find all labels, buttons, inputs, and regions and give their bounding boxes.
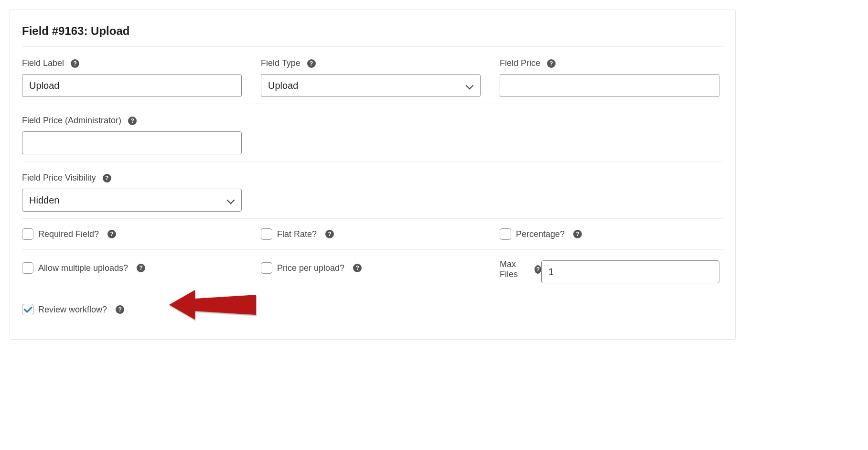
review-workflow-label: Review workflow? <box>38 305 107 315</box>
panel-title: Field #9163: Upload <box>22 24 723 46</box>
field-price-admin-input[interactable] <box>22 131 242 154</box>
row-price-visibility: Field Price Visibility ? Hidden <box>22 161 723 218</box>
col-percentage: Percentage? ? <box>500 228 719 240</box>
col-required: Required Field? ? <box>22 228 242 240</box>
review-workflow-checkbox[interactable] <box>22 304 33 315</box>
field-label-label: Field Label <box>22 58 64 68</box>
max-files-label: Max Files <box>500 259 528 279</box>
row-flags-1: Required Field? ? Flat Rate? ? Percentag… <box>22 218 723 249</box>
required-label: Required Field? <box>38 229 99 239</box>
col-review-workflow: Review workflow? ? <box>22 304 242 315</box>
help-icon[interactable]: ? <box>137 264 145 272</box>
price-per-upload-checkbox[interactable] <box>261 262 272 274</box>
allow-multiple-checkbox[interactable] <box>22 262 33 274</box>
col-field-type: Field Type ? Upload <box>261 58 481 97</box>
flat-rate-checkbox[interactable] <box>261 228 272 240</box>
field-price-visibility-value: Hidden <box>29 195 59 206</box>
field-price-label: Field Price <box>500 58 540 68</box>
chevron-down-icon <box>227 196 235 204</box>
field-price-visibility-select[interactable]: Hidden <box>22 189 242 212</box>
help-icon[interactable]: ? <box>325 230 334 238</box>
col-flat-rate: Flat Rate? ? <box>261 228 481 240</box>
col-price-admin: Field Price (Administrator) ? <box>22 116 242 154</box>
col-max-files: Max Files ? <box>500 259 719 284</box>
row-basic: Field Label ? Field Type ? Upload Field … <box>22 46 723 104</box>
field-price-admin-label: Field Price (Administrator) <box>22 116 121 126</box>
row-price-admin: Field Price (Administrator) ? <box>22 104 723 161</box>
field-type-value: Upload <box>268 80 298 91</box>
chevron-down-icon <box>466 82 473 89</box>
percentage-checkbox[interactable] <box>500 228 511 240</box>
field-label-input[interactable] <box>22 74 242 97</box>
help-icon[interactable]: ? <box>307 59 316 68</box>
help-icon[interactable]: ? <box>71 59 79 68</box>
max-files-input[interactable] <box>541 260 719 283</box>
field-type-select[interactable]: Upload <box>261 74 481 97</box>
price-per-upload-label: Price per upload? <box>277 263 344 273</box>
required-checkbox[interactable] <box>22 228 33 240</box>
row-review-workflow: Review workflow? ? <box>22 294 723 325</box>
col-field-price: Field Price ? <box>500 58 719 97</box>
flat-rate-label: Flat Rate? <box>277 229 317 239</box>
help-icon[interactable]: ? <box>128 117 137 125</box>
percentage-label: Percentage? <box>516 229 565 239</box>
row-flags-2: Allow multiple uploads? ? Price per uplo… <box>22 249 723 294</box>
field-price-input[interactable] <box>500 74 719 97</box>
allow-multiple-label: Allow multiple uploads? <box>38 263 128 273</box>
col-price-per-upload: Price per upload? ? <box>261 259 481 274</box>
help-icon[interactable]: ? <box>103 174 111 182</box>
help-icon[interactable]: ? <box>353 264 362 272</box>
col-allow-multiple: Allow multiple uploads? ? <box>22 259 242 274</box>
field-type-label: Field Type <box>261 58 300 68</box>
field-price-visibility-label: Field Price Visibility <box>22 173 96 183</box>
field-settings-panel: Field #9163: Upload Field Label ? Field … <box>10 10 736 340</box>
help-icon[interactable]: ? <box>535 265 541 274</box>
help-icon[interactable]: ? <box>107 230 116 238</box>
help-icon[interactable]: ? <box>116 305 124 314</box>
help-icon[interactable]: ? <box>573 230 582 238</box>
col-field-label: Field Label ? <box>22 58 242 97</box>
help-icon[interactable]: ? <box>547 59 556 68</box>
col-price-visibility: Field Price Visibility ? Hidden <box>22 173 242 212</box>
